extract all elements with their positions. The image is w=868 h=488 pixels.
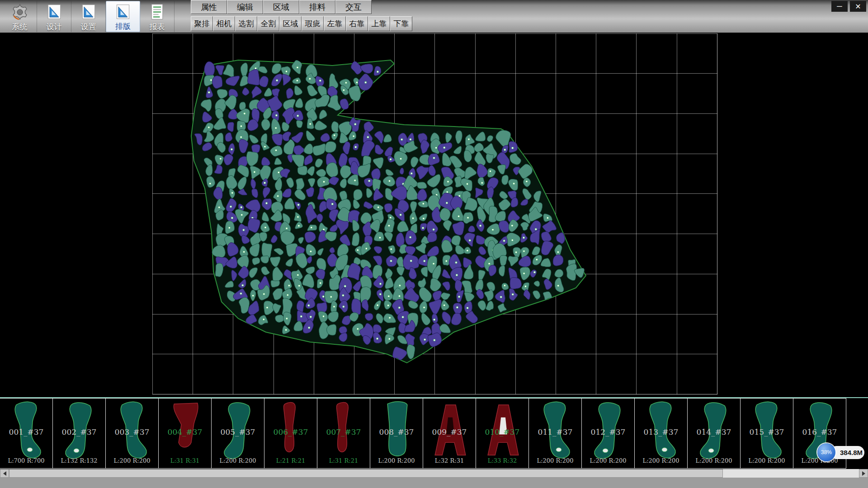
piece-thumbnail-013[interactable]: 013_#37L:200 R:200 — [634, 398, 688, 469]
piece-thumbnail-006[interactable]: 006_#37L:21 R:21 — [264, 398, 317, 469]
piece-thumbnail-004[interactable]: 004_#37L:31 R:31 — [158, 398, 212, 469]
piece-thumbnail-011[interactable]: 011_#37L:200 R:200 — [528, 398, 582, 469]
scroll-left-button[interactable] — [0, 469, 9, 478]
hide-nesting-view[interactable] — [152, 33, 717, 394]
left-arrow-icon — [3, 471, 6, 476]
close-button[interactable]: ✕ — [850, 1, 866, 12]
piece-thumbnail-014[interactable]: 014_#37L:200 R:200 — [687, 398, 741, 469]
action-button-cut-all[interactable]: 全割 — [257, 16, 279, 31]
action-button-area[interactable]: 区域 — [279, 16, 302, 31]
piece-shape — [582, 399, 635, 469]
app-window: 系统设计设置排版报表 属性编辑区域排料交互 聚排相机选割全割区域瑕疵左靠右靠上靠… — [0, 0, 868, 488]
action-button-cluster-nest[interactable]: 聚排 — [191, 16, 213, 31]
piece-shape — [212, 399, 265, 469]
piece-thumbnail-list: 001_#37L:700 R:700002_#37L:132 R:132003_… — [0, 398, 868, 469]
piece-thumbnail-005[interactable]: 005_#37L:200 R:200 — [211, 398, 264, 469]
scroll-thumb[interactable] — [9, 469, 723, 478]
menu-tab-edit[interactable]: 编辑 — [227, 0, 263, 14]
piece-shape — [370, 399, 424, 469]
action-button-camera[interactable]: 相机 — [213, 16, 235, 31]
piece-shape — [317, 399, 371, 469]
report-icon — [147, 2, 167, 22]
piece-thumbnail-009[interactable]: 009_#37L:32 R:31 — [423, 398, 476, 469]
menu-tab-region[interactable]: 区域 — [263, 0, 299, 14]
minimize-button[interactable]: ─ — [831, 1, 848, 12]
piece-thumbnail-003[interactable]: 003_#37L:200 R:200 — [105, 398, 159, 469]
app-button-nesting[interactable]: 排版 — [106, 1, 140, 32]
piece-shape — [529, 399, 582, 469]
piece-shape — [159, 399, 212, 469]
piece-shape — [635, 399, 688, 469]
app-toolbar: 系统设计设置排版报表 — [3, 1, 175, 32]
action-button-defect[interactable]: 瑕疵 — [302, 16, 324, 31]
canvas-grid — [152, 33, 717, 394]
right-arrow-icon — [862, 471, 865, 476]
nesting-canvas[interactable] — [0, 33, 868, 397]
piece-thumbnail-007[interactable]: 007_#37L:31 R:21 — [317, 398, 370, 469]
piece-shape — [476, 399, 529, 469]
piece-shape — [423, 399, 476, 469]
app-button-design[interactable]: 设计 — [37, 1, 71, 32]
piece-thumbnail-008[interactable]: 008_#37L:200 R:200 — [370, 398, 423, 469]
piece-thumbnail-015[interactable]: 015_#37L:200 R:200 — [740, 398, 793, 469]
piece-shape — [0, 399, 53, 469]
app-button-label: 排版 — [115, 21, 131, 32]
menu-tab-properties[interactable]: 属性 — [191, 0, 227, 14]
app-button-label: 设计 — [47, 22, 62, 32]
top-toolbar: 系统设计设置排版报表 属性编辑区域排料交互 聚排相机选割全割区域瑕疵左靠右靠上靠… — [0, 0, 868, 33]
horizontal-scrollbar[interactable] — [0, 469, 868, 478]
menu-tabs: 属性编辑区域排料交互 — [191, 0, 412, 14]
action-button-align-right[interactable]: 右靠 — [346, 16, 368, 31]
menu-tab-interact[interactable]: 交互 — [335, 0, 372, 14]
menu-area: 属性编辑区域排料交互 聚排相机选割全割区域瑕疵左靠右靠上靠下靠 — [191, 0, 412, 31]
action-button-align-top[interactable]: 上靠 — [368, 16, 390, 31]
piece-thumbnail-002[interactable]: 002_#37L:132 R:132 — [52, 398, 106, 469]
app-button-settings[interactable]: 设置 — [71, 1, 106, 32]
piece-shape — [106, 399, 159, 469]
action-button-select-cut[interactable]: 选割 — [235, 16, 257, 31]
app-button-system[interactable]: 系统 — [3, 1, 37, 32]
piece-thumbnail-001[interactable]: 001_#37L:700 R:700 — [0, 398, 53, 469]
bottom-status-strip — [0, 478, 868, 488]
triangle-icon — [44, 2, 64, 22]
piece-thumbnail-012[interactable]: 012_#37L:200 R:200 — [581, 398, 635, 469]
triangle-icon — [113, 3, 133, 21]
piece-shape — [741, 399, 794, 469]
app-button-report[interactable]: 报表 — [140, 1, 175, 32]
scroll-right-button[interactable] — [859, 469, 868, 478]
piece-shape — [53, 399, 106, 469]
window-controls: ─ ✕ — [831, 1, 866, 12]
gear-icon — [10, 2, 30, 22]
action-button-align-bottom[interactable]: 下靠 — [390, 16, 412, 31]
app-button-label: 系统 — [12, 22, 28, 32]
piece-shape — [688, 399, 741, 469]
app-button-label: 报表 — [150, 22, 165, 32]
action-button-align-left[interactable]: 左靠 — [324, 16, 346, 31]
triangle-icon — [79, 2, 99, 22]
action-toolbar: 聚排相机选割全割区域瑕疵左靠右靠上靠下靠 — [191, 16, 412, 31]
scroll-track[interactable] — [9, 469, 859, 478]
progress-badge: 38% — [817, 443, 835, 461]
piece-thumbnail-010[interactable]: 010_#37L:33 R:32 — [476, 398, 529, 469]
menu-tab-nest[interactable]: 排料 — [299, 0, 335, 14]
piece-strip: 001_#37L:700 R:700002_#37L:132 R:132003_… — [0, 397, 868, 469]
app-button-label: 设置 — [81, 22, 96, 32]
piece-shape — [264, 399, 318, 469]
